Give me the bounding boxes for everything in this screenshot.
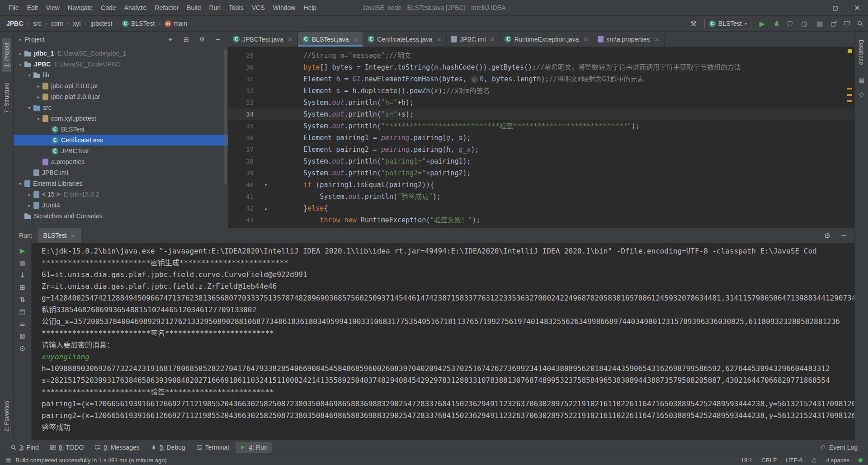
code-line-32[interactable]: 32 Element s = h.duplicate().powZn(x);//… xyxy=(228,85,854,97)
menu-file[interactable]: File xyxy=(5,1,23,14)
ide-status-icon[interactable] xyxy=(859,458,863,462)
gradle-icon[interactable]: ◇ xyxy=(859,90,864,98)
stop-button[interactable]: ■ xyxy=(815,19,824,28)
file-encoding[interactable]: UTF-8 xyxy=(786,457,802,464)
menu-view[interactable]: View xyxy=(42,1,64,14)
restore-layout-icon[interactable]: ⊞ xyxy=(19,283,27,291)
code-line-39[interactable]: 39 System.out.println("pairing2="+pairin… xyxy=(228,167,854,179)
tree-down-arrow[interactable]: ▾ xyxy=(16,181,24,186)
code-line-35[interactable]: 35 System.out.println("*****************… xyxy=(228,120,854,132)
collapse-all-icon[interactable]: ⊟ xyxy=(182,35,191,44)
fold-marker-icon[interactable]: ▾ xyxy=(261,179,271,191)
tree-item-jdbc-1[interactable]: ▸jdbc_1E:\JavaSE_Code\jdbc_1 xyxy=(14,48,228,59)
menu-tools[interactable]: Tools xyxy=(225,1,248,14)
tab-close-icon[interactable]: × xyxy=(288,36,293,43)
tab-close-icon[interactable]: × xyxy=(583,36,589,43)
tab-close-icon[interactable]: × xyxy=(71,232,76,239)
code-line-42[interactable]: 42▴ }else{ xyxy=(228,202,854,214)
toolwindow-button-debug[interactable]: 5: Debug xyxy=(146,442,189,453)
toolwindow-stripe-favorites[interactable]: 2: Favorites xyxy=(2,396,11,436)
event-log-button[interactable]: Event Log xyxy=(816,442,862,453)
console-output[interactable]: E:\jdk-15.0.2\bin\java.exe "-javaagent:E… xyxy=(32,243,854,440)
tree-down-arrow[interactable]: ▾ xyxy=(34,116,42,121)
tree-item-a-properties[interactable]: a.properties xyxy=(14,156,228,167)
show-in-explorer-button[interactable] xyxy=(830,20,837,27)
code-line-30[interactable]: 30 byte[] bytes = Integer.toString(m.has… xyxy=(228,61,854,73)
line-separator[interactable]: CRLF xyxy=(761,457,777,464)
settings-gear-icon[interactable]: ⚙ xyxy=(823,231,832,240)
editor-tab-blstest-java[interactable]: CBLSTest.java× xyxy=(298,32,363,47)
hide-panel-icon[interactable]: − xyxy=(839,231,848,240)
toolwindow-stripe-database[interactable]: Database xyxy=(857,36,866,69)
toolwindow-button-messages[interactable]: 0: Messages xyxy=(90,442,143,453)
tab-close-icon[interactable]: × xyxy=(490,36,495,43)
menu-build[interactable]: Build xyxy=(183,1,205,14)
breadcrumb-item-src[interactable]: src xyxy=(31,19,43,28)
tree-item-lib[interactable]: ▾lib xyxy=(14,70,228,80)
close-button[interactable]: × xyxy=(846,0,868,15)
code-line-29[interactable]: 29 //String m="message";//明文 xyxy=(228,50,854,61)
toolwindow-button-terminal[interactable]: Terminal xyxy=(192,442,233,453)
code-area[interactable]: 29 //String m="message";//明文30 byte[] by… xyxy=(228,47,854,228)
editor-tab-runtimeexception-java[interactable]: CRuntimeException.java× xyxy=(500,32,593,47)
status-message[interactable]: Build completed successfully in 1 s 491 … xyxy=(15,457,167,464)
tree-item-certificateless[interactable]: CCertificateLess xyxy=(14,135,228,146)
profiler-button[interactable]: ◷ xyxy=(800,19,809,28)
toolwindow-button-find[interactable]: 3: Find xyxy=(6,442,43,453)
toolwindow-stripe-structure[interactable]: 7: Structure xyxy=(2,78,11,117)
tree-item-src[interactable]: ▾src xyxy=(14,102,228,113)
toolwindow-button-run[interactable]: 4: Run xyxy=(236,442,271,453)
tree-item-15[interactable]: ▸< 15 >E:\jdk-15.0.2 xyxy=(14,189,228,200)
code-line-43[interactable]: 43 throw new RuntimeException("验签失败！"); xyxy=(228,214,854,226)
debug-button[interactable] xyxy=(773,20,780,27)
locate-file-icon[interactable]: ⌖ xyxy=(166,35,175,44)
editor-tab-src-a-properties[interactable]: src\a.properties× xyxy=(593,32,664,47)
settings-gear-icon[interactable]: ⚙ xyxy=(198,35,207,44)
breadcrumb-item-com[interactable]: com xyxy=(49,19,65,28)
tree-item-jpbc[interactable]: ▾JPBCE:\JavaSE_Code\JPBC xyxy=(14,59,228,70)
editor-tab-jpbc-iml[interactable]: JPBC.iml× xyxy=(447,32,500,47)
breadcrumb-item-jpbc[interactable]: JPBC xyxy=(5,19,25,28)
code-line-40[interactable]: 40▾ if (pairing1.isEqual(pairing2)){ xyxy=(228,179,854,191)
scroll-down-icon[interactable]: ↓ xyxy=(19,271,27,279)
breadcrumb-item-jpbctest[interactable]: jpbctest xyxy=(89,19,114,28)
tab-close-icon[interactable]: × xyxy=(654,36,660,43)
code-line-37[interactable]: 37 Element pairing2 = pairing.pairing(h,… xyxy=(228,144,854,155)
toolwindow-button-todo[interactable]: 6: TODO xyxy=(46,442,88,453)
menu-window[interactable]: Window xyxy=(269,1,300,14)
print-icon[interactable]: ≡ xyxy=(19,320,27,328)
toolwindow-quick-access-icon[interactable]: ▦ xyxy=(5,457,11,464)
code-line-31[interactable]: 31 Element h = G1.newElementFromHash(byt… xyxy=(228,73,854,85)
minimize-button[interactable]: ─ xyxy=(803,0,825,15)
build-hammer-icon[interactable]: ⚒ xyxy=(689,19,698,28)
breadcrumb-item-xyl[interactable]: xyl xyxy=(71,19,82,28)
tab-close-icon[interactable]: × xyxy=(436,36,442,43)
tree-item-jpbc-api-2-0-0-jar[interactable]: ▸jpbc-api-2.0.0.jar xyxy=(14,80,228,91)
tree-item-jpbc-iml[interactable]: JPBC.iml xyxy=(14,167,228,178)
breadcrumb-item-main[interactable]: mmain xyxy=(163,19,189,28)
menu-run[interactable]: Run xyxy=(205,1,225,14)
tree-item-jpbctest[interactable]: CJPBCTest xyxy=(14,146,228,156)
tree-item-jpbc-plaf-2-0-0-jar[interactable]: ▸jpbc-plaf-2.0.0.jar xyxy=(14,91,228,102)
tree-item-scratches-and-consoles[interactable]: Scratches and Consoles xyxy=(14,211,228,221)
coverage-button[interactable] xyxy=(787,20,793,27)
chevron-down-icon[interactable]: ▾ xyxy=(19,37,21,42)
indent-setting[interactable]: 4 spaces xyxy=(826,457,849,464)
code-line-34[interactable]: 34 System.out.println("s="+s); xyxy=(228,108,854,120)
tree-item-external-libraries[interactable]: ▾External Libraries xyxy=(14,178,228,189)
caret-position[interactable]: 19:1 xyxy=(741,457,752,464)
tree-item-com-xyl-jpbctest[interactable]: ▾com.xyl.jpbctest xyxy=(14,113,228,124)
menu-help[interactable]: Help xyxy=(299,1,321,14)
tree-right-arrow[interactable]: ▸ xyxy=(34,84,42,89)
run-tab[interactable]: BLSTest × xyxy=(38,228,81,243)
pin-icon[interactable]: ⊙ xyxy=(19,344,27,352)
stop-icon[interactable]: ■ xyxy=(19,259,27,267)
menu-code[interactable]: Code xyxy=(97,1,120,14)
menu-vcs[interactable]: VCS xyxy=(248,1,269,14)
tree-right-arrow[interactable]: ▸ xyxy=(25,203,33,208)
tree-item-junit4[interactable]: ▸JUnit4 xyxy=(14,200,228,211)
code-line-33[interactable]: 33 System.out.println("h="+h); xyxy=(228,97,854,108)
tree-right-arrow[interactable]: ▸ xyxy=(34,94,42,99)
tab-close-icon[interactable]: × xyxy=(353,36,359,43)
tree-down-arrow[interactable]: ▾ xyxy=(16,62,24,67)
